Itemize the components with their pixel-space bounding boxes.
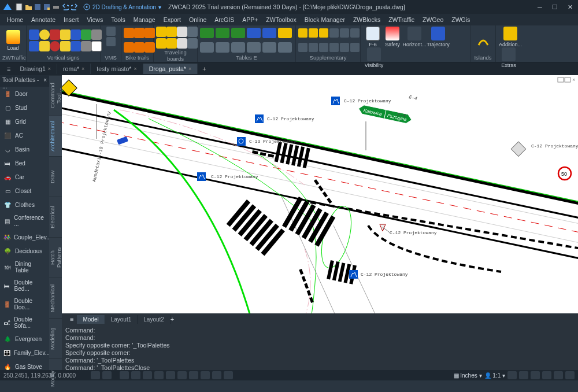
visibility-button[interactable]: Visibility <box>363 47 385 68</box>
status-toggle[interactable] <box>189 371 198 379</box>
palette-item[interactable]: 🚪Door <box>0 87 49 101</box>
palette-item[interactable]: ▢Stud <box>0 101 49 114</box>
table-btn[interactable] <box>247 28 261 38</box>
vms-btn[interactable] <box>106 37 116 46</box>
side-tab[interactable]: Draw <box>49 156 62 197</box>
scale-readout[interactable]: 👤 1:1 ▾ <box>484 372 505 379</box>
supp-btn[interactable] <box>298 28 307 38</box>
board-btn[interactable] <box>177 27 187 37</box>
new-tab-button[interactable]: + <box>198 64 210 73</box>
sign-btn[interactable] <box>29 29 39 40</box>
menu-app+[interactable]: APP+ <box>239 15 261 24</box>
menu-manage[interactable]: Manage <box>130 15 159 24</box>
status-toggle[interactable] <box>177 371 187 379</box>
menu-views[interactable]: Views <box>83 15 106 24</box>
sign-btn[interactable] <box>71 29 81 40</box>
close-icon[interactable]: × <box>48 66 51 72</box>
status-toggle[interactable] <box>531 371 540 379</box>
palette-item[interactable]: 🛏Bed <box>0 156 49 170</box>
bike-btn[interactable] <box>134 42 144 53</box>
menu-zwblocks[interactable]: ZWBlocks <box>350 15 384 24</box>
command-window[interactable]: Command:Command:Specify opposite corner:… <box>62 325 578 370</box>
qat-new-icon[interactable] <box>15 3 23 11</box>
board-btn[interactable] <box>166 27 177 37</box>
close-icon[interactable]: × <box>43 77 47 85</box>
safety-button[interactable]: Safety <box>383 27 402 47</box>
palette-item[interactable]: 🌲Evergreen <box>0 332 49 346</box>
side-tab[interactable]: Modeling <box>49 318 62 358</box>
palette-item[interactable]: 🔥Gas Stove <box>0 360 49 370</box>
file-tab[interactable]: roma*× <box>57 64 91 74</box>
status-toggle[interactable] <box>166 371 175 379</box>
menu-online[interactable]: Online <box>186 15 210 24</box>
close-icon[interactable]: × <box>134 66 136 72</box>
menu-insert[interactable]: Insert <box>60 15 82 24</box>
side-tab[interactable]: Electrical <box>49 197 62 237</box>
palette-item[interactable]: ▤Conference ... <box>0 212 49 230</box>
qat-save-icon[interactable] <box>34 3 42 11</box>
board-btn[interactable] <box>156 38 166 49</box>
palette-item[interactable]: 👕Clothes <box>0 198 49 212</box>
status-toggle[interactable] <box>91 371 100 379</box>
board-btn[interactable] <box>156 27 166 37</box>
supp-btn[interactable] <box>319 28 328 38</box>
load-button[interactable]: Load <box>2 30 24 51</box>
menu-arcgis[interactable]: ArcGIS <box>211 15 238 24</box>
status-toggle[interactable] <box>120 371 129 379</box>
supp-btn[interactable] <box>329 43 339 52</box>
status-toggle[interactable] <box>542 371 551 379</box>
side-tab[interactable]: Modify <box>49 358 62 392</box>
table-btn[interactable] <box>216 42 229 53</box>
table-btn[interactable] <box>231 42 245 53</box>
table-btn[interactable] <box>200 28 214 38</box>
units-readout[interactable]: ▦ Inches ▾ <box>454 372 482 379</box>
sign-btn[interactable] <box>39 41 50 51</box>
add-layout-button[interactable]: + <box>171 316 174 323</box>
table-btn[interactable] <box>262 28 276 38</box>
bike-btn[interactable] <box>124 42 134 53</box>
table-btn[interactable] <box>262 42 276 53</box>
sign-btn[interactable] <box>81 41 91 51</box>
horizontal-button[interactable]: Horizont... <box>402 27 427 47</box>
palette-item[interactable]: 🚪Double Doo... <box>0 295 49 313</box>
table-btn[interactable] <box>247 42 261 53</box>
palette-item[interactable]: 👫Couple_Elev... <box>0 230 49 244</box>
menu-home[interactable]: Home <box>3 15 27 24</box>
table-btn[interactable] <box>216 28 229 38</box>
minimize-button[interactable]: ─ <box>534 2 546 12</box>
supp-btn[interactable] <box>350 28 360 38</box>
board-btn[interactable] <box>187 27 198 37</box>
supp-btn[interactable] <box>340 43 349 52</box>
drawing-canvas[interactable]: Katowice Pszczyna E-4 E-4 50 C-12 Projek… <box>62 75 578 313</box>
menu-export[interactable]: Export <box>160 15 184 24</box>
supp-btn[interactable] <box>340 28 349 38</box>
supp-btn[interactable] <box>329 28 339 38</box>
status-toggle[interactable] <box>201 371 210 379</box>
islands-button[interactable] <box>473 34 493 47</box>
qat-redo-icon[interactable] <box>71 3 79 11</box>
board-btn[interactable] <box>166 38 177 49</box>
menu-tools[interactable]: Tools <box>108 15 129 24</box>
tool-palette-header[interactable]: Tool Palettes - ...× <box>0 75 49 87</box>
qat-saveas-icon[interactable] <box>43 3 51 11</box>
palette-item[interactable]: ◡Basin <box>0 142 49 156</box>
menu-zwgis[interactable]: ZWGis <box>448 15 473 24</box>
palette-item[interactable]: 🛋Double Sofa... <box>0 313 49 332</box>
status-toggle[interactable] <box>519 371 528 379</box>
supp-btn[interactable] <box>319 43 328 52</box>
menu-zwgeo[interactable]: ZWGeo <box>419 15 447 24</box>
sign-btn[interactable] <box>50 29 60 40</box>
extras-button[interactable]: Extras <box>498 47 519 68</box>
side-tab[interactable]: Architectural <box>49 116 62 156</box>
status-toggle[interactable] <box>507 371 517 379</box>
sign-btn[interactable] <box>39 29 50 40</box>
menu-zwtoolbox[interactable]: ZWToolbox <box>262 15 300 24</box>
palette-item[interactable]: 🛏Double Bed... <box>0 276 49 295</box>
f6-button[interactable]: F-6 <box>363 27 383 47</box>
qat-plot-icon[interactable] <box>52 3 60 11</box>
sign-btn[interactable] <box>71 41 81 51</box>
supp-btn[interactable] <box>309 28 318 38</box>
close-icon[interactable]: × <box>188 66 191 72</box>
status-toggle[interactable] <box>224 371 233 379</box>
palette-item[interactable]: ▦Grid <box>0 114 49 128</box>
